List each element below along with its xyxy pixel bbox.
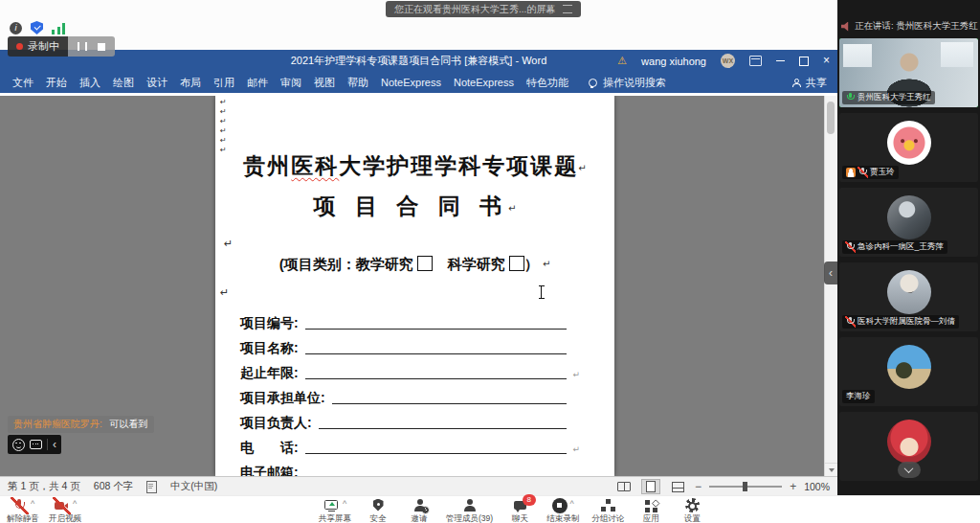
participants-sidebar: 正在讲话: 贵州医科大学王秀红: 贵州医科大学王秀红贾玉玲急诊内科一病区_王秀萍… [837,0,980,495]
toolbar-item-label: 设置 [684,513,701,523]
field-underline[interactable] [319,427,567,429]
network-signal-icon[interactable] [52,23,65,34]
word-count[interactable]: 608 个字 [94,480,133,493]
ribbon-tab-1[interactable]: 文件 [12,77,33,88]
scroll-participants-down-button[interactable] [898,462,921,478]
ribbon-tab-11[interactable]: 帮助 [347,77,368,88]
document-page[interactable]: ↵↵↵↵↵↵ 贵州医科大学护理学科专项课题↵ 项 目 合 同 书↵ ↵ (项目类… [215,96,614,476]
toolbar-item-label: 应用 [643,513,659,523]
ribbon-options-icon[interactable] [749,56,762,66]
titlebar-controls: ⚠ wang xiuhong WX × [617,50,830,72]
ribbon-tab-14[interactable]: 特色功能 [526,77,568,88]
toolbar-item-mic-off[interactable]: ^解除静音 [7,497,39,523]
share-button[interactable]: 共享 [791,72,827,93]
project-category-line: (项目类别：教学研究科学研究） ↵ [215,256,614,274]
toolbar-item-label: 邀请 [412,513,428,523]
ribbon-tab-13[interactable]: NoteExpress [454,77,514,88]
slash-icon [845,316,856,328]
read-mode-button[interactable] [614,479,634,494]
web-layout-button[interactable] [668,479,687,494]
ribbon-tab-9[interactable]: 审阅 [280,77,301,88]
contract-field-row: 项目负责人: [240,407,567,432]
participant-tile[interactable]: 李海珍 [839,337,978,406]
zoom-level[interactable]: 100% [804,481,830,492]
scrollbar-thumb[interactable] [827,102,835,134]
meeting-app-window: i 您正在观看贵州医科大学王秀...的屏幕 录制中 2021年护理学科专项课题项… [0,0,980,523]
ribbon-tab-10[interactable]: 视图 [314,77,335,88]
read-mode-icon [617,482,631,491]
sidebar-collapse-handle[interactable]: ‹ [824,262,837,284]
caret-icon[interactable]: ^ [343,499,346,509]
host-badge-icon [846,168,856,177]
plus-badge-icon [421,506,430,514]
toolbar-item-stop-record[interactable]: ^结束录制 [546,497,579,523]
camera-off-icon [54,498,70,513]
language-indicator[interactable]: 中文(中国) [170,480,217,493]
field-underline[interactable] [332,402,567,404]
chat-bubble-icon[interactable] [30,440,42,449]
ribbon-tab-2[interactable]: 开始 [46,77,67,88]
field-underline[interactable] [305,452,567,454]
recording-dot-icon [16,43,23,50]
tell-me-search[interactable]: 操作说明搜索 [589,76,666,90]
share-label: 共享 [806,76,827,90]
participant-name: 李海珍 [846,391,871,402]
field-underline[interactable] [305,328,567,330]
toolbar-center-group: ^共享屏幕安全邀请管理成员(39)8聊天^结束录制分组讨论应用设置 [319,497,706,523]
scrollbar-down-arrow-icon[interactable] [825,463,837,476]
toolbar-item-invite[interactable]: 邀请 [405,497,434,523]
toolbar-item-screen-share[interactable]: ^共享屏幕 [319,497,351,523]
print-layout-button[interactable] [641,479,660,494]
field-underline[interactable] [305,352,567,354]
settings-icon [684,498,701,513]
caret-icon[interactable]: ^ [31,499,34,509]
ribbon-tab-12[interactable]: NoteExpress [381,77,441,88]
emoji-icon[interactable] [12,439,25,451]
participant-tile[interactable]: 贵州医科大学王秀红 [839,38,978,107]
pause-recording-icon[interactable] [78,42,87,51]
stop-recording-icon[interactable] [98,43,105,51]
toolbar-item-members[interactable]: 管理成员(39) [446,497,493,523]
caret-icon[interactable]: ^ [73,499,77,509]
toolbar-item-apps[interactable]: 应用 [636,497,665,523]
toolbar-item-chat[interactable]: 8聊天 [505,497,534,523]
close-button[interactable]: × [823,50,830,72]
ribbon-tab-5[interactable]: 设计 [146,77,167,88]
toolbar-item-breakout[interactable]: 分组讨论 [591,497,624,523]
zoom-in-button[interactable]: + [790,477,796,496]
minimize-button[interactable] [776,60,785,62]
participant-tile[interactable]: 医科大学附属医院骨—刘倩 [839,262,978,331]
collapse-left-icon[interactable]: ‹ [53,435,56,454]
banner-menu-icon[interactable] [563,5,572,13]
participant-tile[interactable]: 急诊内科一病区_王秀萍 [839,188,978,257]
ribbon-tab-8[interactable]: 邮件 [247,77,268,88]
ribbon-tab-4[interactable]: 绘图 [113,77,134,88]
zoom-out-button[interactable]: − [695,477,702,496]
science-research-checkbox[interactable] [509,256,524,271]
account-name[interactable]: wang xiuhong [641,56,706,67]
participant-tile[interactable]: 贾玉玲 [839,113,978,182]
restore-button[interactable] [799,57,809,66]
security-shield-icon[interactable] [31,21,43,34]
zoom-slider-thumb[interactable] [743,482,747,491]
info-icon[interactable]: i [10,22,22,34]
field-label: 项目名称: [240,340,299,357]
toolbar-item-settings[interactable]: 设置 [678,497,706,523]
mic-muted-icon [846,317,855,327]
ribbon-tab-3[interactable]: 插入 [79,77,100,88]
document-scrollbar[interactable] [824,96,837,476]
toolbar-item-camera-off[interactable]: ^开启视频 [49,497,81,523]
paragraph-mark-icon: ↵ [508,203,516,214]
ribbon-tab-7[interactable]: 引用 [213,77,234,88]
toolbar-item-shield[interactable]: 安全 [364,497,392,523]
teaching-research-checkbox[interactable] [417,256,433,271]
paragraph-mark-icon: ↵ [220,107,227,117]
zoom-slider[interactable] [709,486,782,488]
avatar[interactable]: WX [721,54,735,68]
ribbon-tab-6[interactable]: 布局 [180,77,201,88]
proofing-icon[interactable] [146,481,157,493]
caret-icon[interactable]: ^ [570,499,574,509]
members-icon [461,498,478,513]
page-indicator[interactable]: 第 1 页，共 4 页 [8,480,80,493]
field-underline[interactable] [305,377,567,379]
